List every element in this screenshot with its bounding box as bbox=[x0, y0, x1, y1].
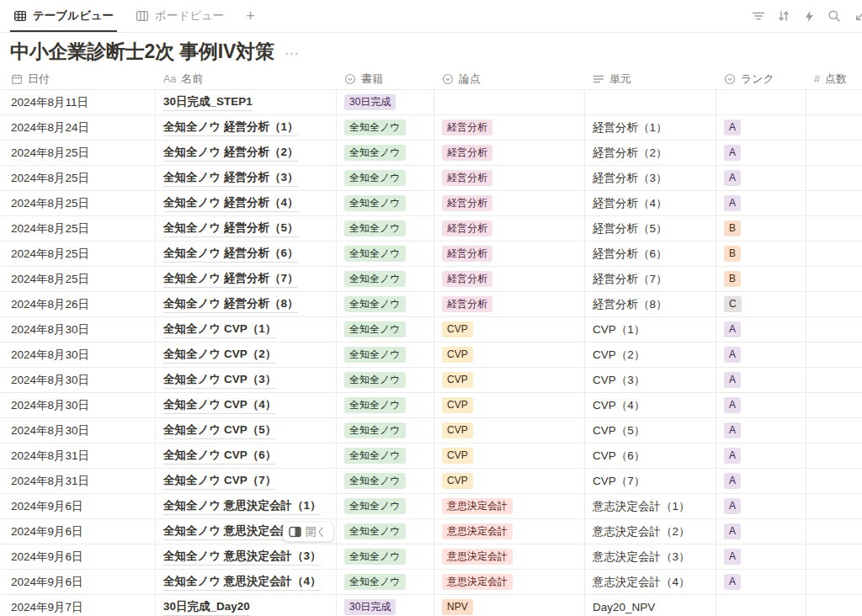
book-cell[interactable]: 全知全ノウ bbox=[337, 343, 434, 367]
page-name[interactable]: 全知全ノウ CVP（3） bbox=[163, 372, 276, 389]
date-cell[interactable]: 2024年9月6日 bbox=[0, 494, 156, 518]
column-header-topic[interactable]: 論点 bbox=[434, 68, 585, 89]
book-cell[interactable]: 30日完成 bbox=[337, 595, 434, 616]
page-name[interactable]: 30日完成_Day20 bbox=[163, 599, 250, 616]
name-cell[interactable]: 全知全ノウ CVP（7） bbox=[156, 469, 337, 493]
unit-cell[interactable]: 経営分析（2） bbox=[585, 141, 716, 165]
rank-cell[interactable] bbox=[716, 595, 806, 616]
unit-cell[interactable]: CVP（5） bbox=[585, 418, 716, 443]
rank-cell[interactable]: A bbox=[716, 191, 806, 215]
rank-cell[interactable]: A bbox=[716, 166, 806, 190]
rank-cell[interactable]: A bbox=[716, 393, 806, 417]
score-cell[interactable] bbox=[806, 216, 862, 241]
page-name[interactable]: 全知全ノウ CVP（1） bbox=[163, 321, 276, 338]
rank-cell[interactable]: A bbox=[716, 544, 806, 569]
rank-cell[interactable]: A bbox=[716, 443, 806, 468]
date-cell[interactable]: 2024年8月30日 bbox=[0, 368, 156, 392]
column-header-name[interactable]: Aa 名前 bbox=[156, 68, 337, 89]
topic-cell[interactable] bbox=[434, 90, 585, 114]
score-cell[interactable] bbox=[806, 141, 862, 165]
page-name[interactable]: 全知全ノウ 経営分析（2） bbox=[163, 145, 298, 162]
page-name[interactable]: 全知全ノウ 意思決定会計 bbox=[163, 523, 292, 540]
date-cell[interactable]: 2024年9月6日 bbox=[0, 570, 156, 594]
date-cell[interactable]: 2024年8月30日 bbox=[0, 343, 156, 367]
rank-cell[interactable]: A bbox=[716, 115, 806, 140]
name-cell[interactable]: 全知全ノウ 経営分析（8） bbox=[156, 292, 337, 316]
name-cell[interactable]: 30日完成_Day20 bbox=[156, 595, 337, 616]
score-cell[interactable] bbox=[806, 242, 862, 266]
unit-cell[interactable]: 意志決定会計（2） bbox=[585, 519, 716, 544]
unit-cell[interactable]: CVP（3） bbox=[585, 368, 716, 392]
name-cell[interactable]: 全知全ノウ 経営分析（6） bbox=[156, 242, 337, 266]
score-cell[interactable] bbox=[806, 191, 862, 215]
book-cell[interactable]: 全知全ノウ bbox=[337, 519, 434, 544]
page-name[interactable]: 全知全ノウ CVP（5） bbox=[163, 422, 276, 439]
score-cell[interactable] bbox=[806, 595, 862, 616]
book-cell[interactable]: 全知全ノウ bbox=[337, 544, 434, 569]
page-name[interactable]: 全知全ノウ CVP（4） bbox=[163, 397, 276, 414]
add-view-button[interactable]: + bbox=[242, 0, 258, 32]
name-cell[interactable]: 全知全ノウ CVP（3） bbox=[156, 368, 337, 392]
unit-cell[interactable]: CVP（7） bbox=[585, 469, 716, 493]
score-cell[interactable] bbox=[806, 317, 862, 342]
score-cell[interactable] bbox=[806, 418, 862, 443]
date-cell[interactable]: 2024年8月25日 bbox=[0, 166, 156, 190]
book-cell[interactable]: 全知全ノウ bbox=[337, 393, 434, 417]
name-cell[interactable]: 全知全ノウ 経営分析（5） bbox=[156, 216, 337, 241]
date-cell[interactable]: 2024年9月7日 bbox=[0, 595, 156, 616]
unit-cell[interactable]: 経営分析（4） bbox=[585, 191, 716, 215]
page-name[interactable]: 全知全ノウ 経営分析（6） bbox=[163, 246, 298, 263]
date-cell[interactable]: 2024年8月30日 bbox=[0, 393, 156, 417]
topic-cell[interactable]: 経営分析 bbox=[434, 141, 585, 165]
unit-cell[interactable]: 意志決定会計（4） bbox=[585, 570, 716, 594]
page-name[interactable]: 全知全ノウ CVP（6） bbox=[163, 448, 276, 465]
date-cell[interactable]: 2024年8月30日 bbox=[0, 317, 156, 342]
date-cell[interactable]: 2024年8月25日 bbox=[0, 216, 156, 241]
page-name[interactable]: 全知全ノウ 意思決定会計（3） bbox=[163, 549, 321, 566]
topic-cell[interactable]: 経営分析 bbox=[434, 267, 585, 291]
name-cell[interactable]: 全知全ノウ CVP（4） bbox=[156, 393, 337, 417]
tab-board-view[interactable]: ボードビュー bbox=[132, 0, 227, 32]
name-cell[interactable]: 全知全ノウ 意思決定会計（3） bbox=[156, 544, 337, 569]
rank-cell[interactable]: B bbox=[716, 242, 806, 266]
name-cell[interactable]: 全知全ノウ 経営分析（4） bbox=[156, 191, 337, 215]
score-cell[interactable] bbox=[806, 267, 862, 291]
column-header-book[interactable]: 書籍 bbox=[337, 68, 434, 89]
page-name[interactable]: 全知全ノウ 経営分析（4） bbox=[163, 195, 298, 212]
score-cell[interactable] bbox=[806, 115, 862, 140]
unit-cell[interactable]: 経営分析（1） bbox=[585, 115, 716, 140]
score-cell[interactable] bbox=[806, 519, 862, 544]
book-cell[interactable]: 全知全ノウ bbox=[337, 115, 434, 140]
rank-cell[interactable] bbox=[716, 90, 806, 114]
name-cell[interactable]: 全知全ノウ 意思決定会計（1） bbox=[156, 494, 337, 518]
date-cell[interactable]: 2024年8月25日 bbox=[0, 141, 156, 165]
name-cell[interactable]: 全知全ノウ CVP（2） bbox=[156, 343, 337, 367]
rank-cell[interactable]: A bbox=[716, 519, 806, 544]
rank-cell[interactable]: A bbox=[716, 469, 806, 493]
rank-cell[interactable]: C bbox=[716, 292, 806, 316]
score-cell[interactable] bbox=[806, 166, 862, 190]
date-cell[interactable]: 2024年8月26日 bbox=[0, 292, 156, 316]
date-cell[interactable]: 2024年8月11日 bbox=[0, 90, 156, 114]
topic-cell[interactable]: NPV bbox=[434, 595, 585, 616]
column-header-date[interactable]: 日付 bbox=[0, 68, 156, 89]
unit-cell[interactable]: CVP（4） bbox=[585, 393, 716, 417]
page-name[interactable]: 全知全ノウ 経営分析（1） bbox=[163, 119, 298, 136]
column-header-unit[interactable]: 単元 bbox=[585, 68, 716, 89]
book-cell[interactable]: 全知全ノウ bbox=[337, 267, 434, 291]
date-cell[interactable]: 2024年9月6日 bbox=[0, 544, 156, 569]
page-name[interactable]: 全知全ノウ 意思決定会計（4） bbox=[163, 574, 321, 591]
topic-cell[interactable]: CVP bbox=[434, 469, 585, 493]
expand-diagonal-icon[interactable] bbox=[852, 8, 862, 24]
page-name[interactable]: 全知全ノウ 経営分析（5） bbox=[163, 220, 298, 237]
unit-cell[interactable] bbox=[585, 90, 716, 114]
unit-cell[interactable]: 経営分析（6） bbox=[585, 242, 716, 266]
name-cell[interactable]: 全知全ノウ 経営分析（2） bbox=[156, 141, 337, 165]
page-name[interactable]: 30日完成_STEP1 bbox=[163, 94, 253, 111]
book-cell[interactable]: 全知全ノウ bbox=[337, 443, 434, 468]
date-cell[interactable]: 2024年8月31日 bbox=[0, 469, 156, 493]
search-icon[interactable] bbox=[827, 8, 842, 24]
tab-table-view[interactable]: テーブルビュー bbox=[10, 0, 117, 32]
score-cell[interactable] bbox=[806, 570, 862, 594]
unit-cell[interactable]: 経営分析（7） bbox=[585, 267, 716, 291]
